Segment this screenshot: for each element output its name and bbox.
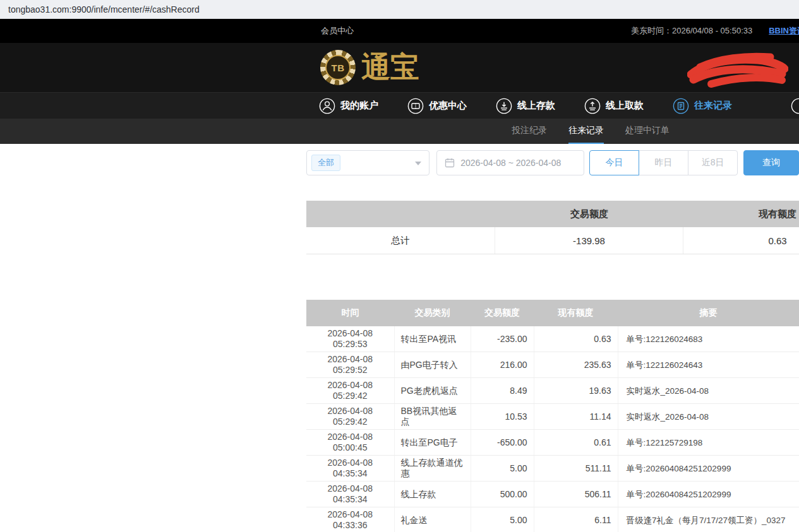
summary-transaction-value: -139.98 xyxy=(495,227,683,254)
summary-header-empty xyxy=(306,201,495,227)
summary-table: 交易额度 现有额度 总计 -139.98 0.63 xyxy=(306,201,799,254)
cell-balance: 6.11 xyxy=(534,507,618,532)
nav-item-promotions[interactable]: 优惠中心 xyxy=(407,98,467,114)
cell-memo: 单号:202604084251202999 xyxy=(618,456,799,482)
col-header-type: 交易类别 xyxy=(394,300,471,326)
chevron-down-icon xyxy=(415,162,421,165)
casino-chip-icon: TB xyxy=(320,50,356,85)
top-strip: 会员中心 美东时间：2026/04/08 - 05:50:33 BBIN资讯 xyxy=(0,19,799,43)
records-table-body: 2026-04-08 05:29:53转出至PA视讯-235.000.63单号:… xyxy=(306,326,799,532)
table-row: 2026-04-08 05:29:53转出至PA视讯-235.000.63单号:… xyxy=(306,326,799,352)
today-button[interactable]: 今日 xyxy=(589,150,639,175)
cell-memo: 实时返水_2026-04-08 xyxy=(618,404,799,430)
nav-item-transaction-records[interactable]: 往来记录 xyxy=(673,98,732,114)
table-row: 2026-04-08 04:33:36礼金送5.006.11晋级逢7礼金（每月7… xyxy=(306,507,799,532)
cell-type: 线上存款通道优惠 xyxy=(394,456,471,482)
date-range-value: 2026-04-08 ~ 2026-04-08 xyxy=(460,158,561,168)
cell-type: BB视讯其他返点 xyxy=(394,404,471,430)
nav-item-deposit[interactable]: 线上存款 xyxy=(496,98,555,114)
cell-balance: 0.61 xyxy=(534,430,618,456)
cell-balance: 19.63 xyxy=(534,378,618,404)
withdraw-icon xyxy=(584,98,601,114)
col-header-amount: 交易额度 xyxy=(471,300,534,326)
table-row: 2026-04-08 04:35:34线上存款通道优惠5.00511.11单号:… xyxy=(306,456,799,482)
site-logo[interactable]: TB 通宝 xyxy=(320,50,419,85)
coupon-icon xyxy=(407,98,424,114)
cell-balance: 506.11 xyxy=(534,482,618,507)
eastern-time-label: 美东时间：2026/04/08 - 05:50:33 xyxy=(631,25,752,37)
summary-balance-value: 0.63 xyxy=(683,227,799,254)
summary-total-label: 总计 xyxy=(306,227,495,254)
cell-type: 线上存款 xyxy=(394,482,471,507)
main-nav: 我的账户 优惠中心 线上存款 xyxy=(0,92,799,119)
last-8-days-button[interactable]: 近8日 xyxy=(688,150,738,175)
table-row: 2026-04-08 04:35:34线上存款500.00506.11单号:20… xyxy=(306,482,799,507)
site-header: TB 通宝 xyxy=(0,43,799,92)
subnav-item-cash-records[interactable]: 往来记录 xyxy=(568,119,604,144)
page: { "colors": { "accent": "#4a9fe0", "bran… xyxy=(0,0,799,532)
cell-time: 2026-04-08 05:00:45 xyxy=(306,430,394,456)
cell-amount: 8.49 xyxy=(471,378,534,404)
browser-url-bar[interactable]: tongbao31.com:9900/infe/mcenter/#/cashRe… xyxy=(0,0,799,19)
nav-item-label: 我的账户 xyxy=(340,100,378,112)
cell-memo: 单号:122125729198 xyxy=(618,430,799,456)
cell-type: 转出至PA视讯 xyxy=(394,326,471,352)
cell-memo: 单号:122126024643 xyxy=(618,352,799,378)
quick-date-buttons: 今日 昨日 近8日 xyxy=(589,150,738,175)
nav-item-my-account[interactable]: 我的账户 xyxy=(319,98,378,114)
nav-items: 我的账户 优惠中心 线上存款 xyxy=(319,93,732,119)
yesterday-button[interactable]: 昨日 xyxy=(639,150,688,175)
cell-type: 转出至PG电子 xyxy=(394,430,471,456)
records-header-row: 时间 交易类别 交易额度 现有额度 摘要 xyxy=(306,300,799,326)
cell-amount: -235.00 xyxy=(471,326,534,352)
cell-amount: -650.00 xyxy=(471,430,534,456)
nav-item-label: 优惠中心 xyxy=(429,100,467,112)
nav-item-label: 线上存款 xyxy=(517,100,555,112)
cell-time: 2026-04-08 05:29:42 xyxy=(306,404,394,430)
table-row: 2026-04-08 05:29:52由PG电子转入216.00235.63单号… xyxy=(306,352,799,378)
sub-nav: 投注纪录 往来记录 处理中订单 xyxy=(0,119,799,144)
cell-memo: 单号:202604084251202999 xyxy=(618,482,799,507)
subnav-item-pending-orders[interactable]: 处理中订单 xyxy=(625,119,670,144)
red-scribble-annotation xyxy=(687,50,788,90)
cell-type: 礼金送 xyxy=(394,507,471,532)
col-header-balance: 现有额度 xyxy=(534,300,618,326)
cell-time: 2026-04-08 05:29:42 xyxy=(306,378,394,404)
bbin-news-link[interactable]: BBIN资讯 xyxy=(769,25,799,37)
top-strip-right: 美东时间：2026/04/08 - 05:50:33 BBIN资讯 xyxy=(631,25,799,37)
cell-time: 2026-04-08 05:29:53 xyxy=(306,326,394,352)
record-icon xyxy=(673,98,689,114)
cell-balance: 511.11 xyxy=(534,456,618,482)
records-table: 时间 交易类别 交易额度 现有额度 摘要 2026-04-08 05:29:53… xyxy=(306,300,799,532)
table-row: 2026-04-08 05:29:42PG老虎机返点8.4919.63实时返水_… xyxy=(306,378,799,404)
cell-type: 由PG电子转入 xyxy=(394,352,471,378)
cell-type: PG老虎机返点 xyxy=(394,378,471,404)
col-header-memo: 摘要 xyxy=(618,300,799,326)
summary-header-transaction: 交易额度 xyxy=(495,201,683,227)
summary-header-balance: 现有额度 xyxy=(683,201,799,227)
partial-nav-icon[interactable] xyxy=(791,98,799,114)
member-center-link[interactable]: 会员中心 xyxy=(321,25,354,37)
cell-memo: 实时返水_2026-04-08 xyxy=(618,378,799,404)
date-range-input[interactable]: 2026-04-08 ~ 2026-04-08 xyxy=(436,150,584,175)
nav-item-withdraw[interactable]: 线上取款 xyxy=(584,98,644,114)
col-header-time: 时间 xyxy=(306,300,394,326)
cell-amount: 5.00 xyxy=(471,507,534,532)
summary-total-row: 总计 -139.98 0.63 xyxy=(306,227,799,254)
user-icon xyxy=(319,98,335,114)
cell-amount: 5.00 xyxy=(471,456,534,482)
cell-balance: 235.63 xyxy=(534,352,618,378)
subnav-item-bet-records[interactable]: 投注纪录 xyxy=(512,119,547,144)
query-button[interactable]: 查询 xyxy=(743,150,799,175)
logo-badge: TB xyxy=(325,55,351,80)
calendar-icon xyxy=(445,158,455,168)
cell-amount: 216.00 xyxy=(471,352,534,378)
selected-type-tag[interactable]: 全部 xyxy=(311,155,340,171)
cell-memo: 单号:122126024683 xyxy=(618,326,799,352)
cell-time: 2026-04-08 04:35:34 xyxy=(306,456,394,482)
filters-row: 全部 2026-04-08 ~ 2026-04-08 今日 昨日 近8日 查询 xyxy=(306,150,799,175)
cell-amount: 500.00 xyxy=(471,482,534,507)
subnav-items: 投注纪录 往来记录 处理中订单 xyxy=(512,119,670,144)
cell-balance: 11.14 xyxy=(534,404,618,430)
transaction-type-select[interactable]: 全部 xyxy=(306,150,430,175)
